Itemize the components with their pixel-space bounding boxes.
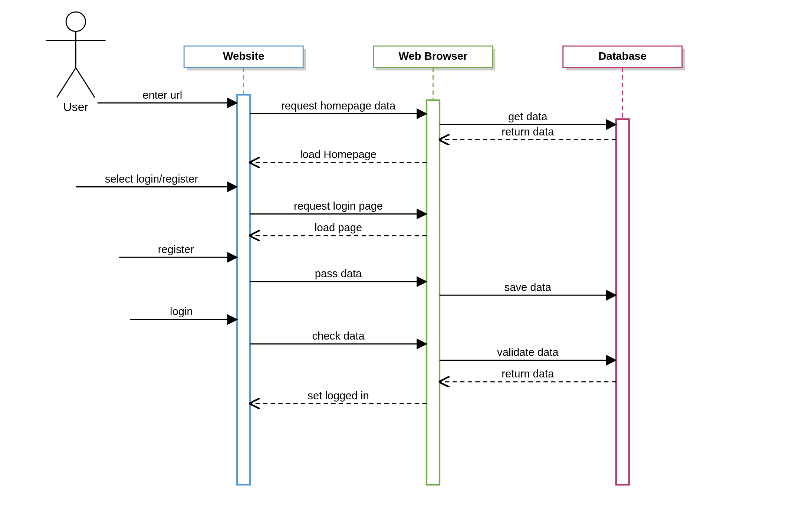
svg-point-0 xyxy=(66,12,86,32)
msg-save-data: save data xyxy=(440,281,616,295)
svg-text:enter url: enter url xyxy=(142,89,182,101)
svg-text:return data: return data xyxy=(502,368,554,380)
msg-register: register xyxy=(119,243,237,258)
sequence-diagram: User Website Web Browser Database enter … xyxy=(0,0,812,517)
svg-line-4 xyxy=(76,68,95,97)
lifeline-database-label: Database xyxy=(598,50,647,62)
msg-get-data: get data xyxy=(440,111,616,125)
svg-text:load page: load page xyxy=(315,222,362,233)
svg-text:request login page: request login page xyxy=(294,200,383,212)
lifeline-database: Database xyxy=(563,46,685,485)
lifeline-website: Website xyxy=(184,46,306,485)
msg-login: login xyxy=(130,305,237,320)
svg-text:get data: get data xyxy=(508,111,548,122)
svg-text:load Homepage: load Homepage xyxy=(300,148,377,160)
svg-text:register: register xyxy=(158,243,194,255)
activation-database xyxy=(616,119,629,485)
msg-request-login: request login page xyxy=(250,200,427,214)
msg-check-data: check data xyxy=(250,330,427,344)
svg-text:select login/register: select login/register xyxy=(105,173,198,185)
lifeline-website-label: Website xyxy=(223,50,264,62)
msg-validate-data: validate data xyxy=(440,346,616,360)
actor-label: User xyxy=(63,100,88,114)
svg-text:validate data: validate data xyxy=(497,346,559,358)
activation-website xyxy=(237,95,250,485)
msg-pass-data: pass data xyxy=(250,268,427,282)
msg-load-homepage: load Homepage xyxy=(250,148,427,163)
activation-browser xyxy=(427,100,440,485)
msg-return-data-1: return data xyxy=(440,126,616,140)
svg-text:return data: return data xyxy=(502,126,554,138)
svg-text:save data: save data xyxy=(504,281,552,293)
svg-text:set logged in: set logged in xyxy=(308,390,369,402)
actor-user: User xyxy=(46,12,106,114)
svg-text:login: login xyxy=(170,305,193,317)
msg-enter-url: enter url xyxy=(98,89,237,103)
lifeline-browser-label: Web Browser xyxy=(399,50,468,62)
msg-return-data-2: return data xyxy=(440,368,616,382)
svg-line-3 xyxy=(57,68,76,97)
msg-request-homepage: request homepage data xyxy=(250,100,427,114)
msg-load-page: load page xyxy=(250,222,427,236)
msg-set-logged-in: set logged in xyxy=(250,390,427,404)
lifeline-browser: Web Browser xyxy=(374,46,495,485)
svg-text:check data: check data xyxy=(312,330,365,342)
svg-text:request homepage data: request homepage data xyxy=(281,100,396,112)
svg-text:pass data: pass data xyxy=(315,268,362,279)
msg-select-login: select login/register xyxy=(76,173,237,187)
